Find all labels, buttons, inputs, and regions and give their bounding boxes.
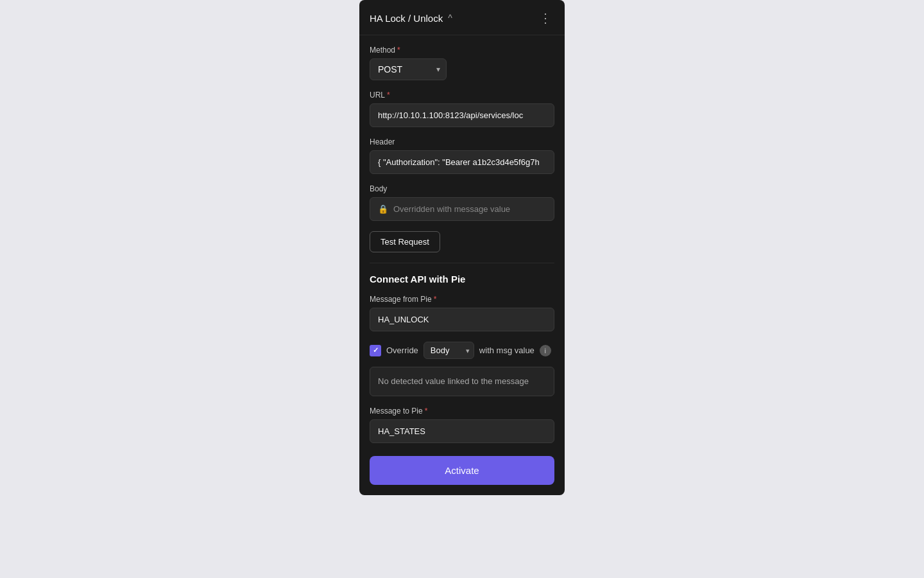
lock-icon: 🔒 bbox=[378, 204, 388, 214]
override-field-select-wrapper: Body Header URL ▾ bbox=[424, 342, 474, 359]
with-msg-text: with msg value bbox=[479, 346, 535, 355]
method-select-wrapper: POST GET PUT DELETE PATCH ▾ bbox=[370, 58, 447, 80]
message-from-label: Message from Pie * bbox=[370, 295, 554, 304]
message-from-required-star: * bbox=[434, 295, 437, 304]
warning-text: No detected value linked to the message bbox=[378, 375, 546, 388]
message-from-input[interactable] bbox=[370, 308, 554, 331]
message-to-input[interactable] bbox=[370, 419, 554, 443]
connect-api-section: Connect API with Pie Message from Pie * … bbox=[370, 274, 554, 485]
card-title-area: HA Lock / Unlock ^ bbox=[370, 13, 452, 24]
header-input[interactable] bbox=[370, 150, 554, 174]
url-input[interactable] bbox=[370, 103, 554, 127]
body-input-wrapper: 🔒 Overridden with message value bbox=[370, 197, 554, 221]
message-to-label: Message to Pie * bbox=[370, 407, 554, 416]
main-card: HA Lock / Unlock ^ ⋮ Method * POST GET P… bbox=[359, 0, 565, 495]
activate-button[interactable]: Activate bbox=[370, 456, 554, 485]
override-field-select[interactable]: Body Header URL bbox=[424, 342, 474, 359]
body-field-group: Body 🔒 Overridden with message value bbox=[370, 184, 554, 221]
chevron-up-icon[interactable]: ^ bbox=[448, 13, 452, 23]
message-to-required-star: * bbox=[425, 407, 428, 416]
method-label: Method * bbox=[370, 46, 554, 55]
override-label-text: Override bbox=[386, 346, 418, 355]
override-row: ✓ Override Body Header URL ▾ with msg va… bbox=[370, 342, 554, 359]
header-field-group: Header bbox=[370, 137, 554, 174]
page-wrapper: HA Lock / Unlock ^ ⋮ Method * POST GET P… bbox=[0, 0, 924, 578]
message-from-field-group: Message from Pie * bbox=[370, 295, 554, 331]
test-request-button[interactable]: Test Request bbox=[370, 231, 440, 252]
body-label: Body bbox=[370, 184, 554, 193]
method-field-group: Method * POST GET PUT DELETE PATCH ▾ bbox=[370, 46, 554, 80]
connect-section-title: Connect API with Pie bbox=[370, 274, 554, 285]
header-label: Header bbox=[370, 137, 554, 146]
url-label: URL * bbox=[370, 91, 554, 100]
section-divider bbox=[370, 263, 554, 263]
more-options-icon[interactable]: ⋮ bbox=[536, 9, 554, 27]
message-to-field-group: Message to Pie * bbox=[370, 407, 554, 443]
warning-box: No detected value linked to the message bbox=[370, 367, 554, 396]
card-body: Method * POST GET PUT DELETE PATCH ▾ bbox=[359, 35, 565, 495]
method-required-star: * bbox=[397, 46, 400, 55]
body-placeholder-text: Overridden with message value bbox=[393, 204, 510, 214]
info-icon[interactable]: i bbox=[540, 345, 551, 356]
method-select[interactable]: POST GET PUT DELETE PATCH bbox=[370, 58, 447, 80]
card-title: HA Lock / Unlock bbox=[370, 13, 443, 24]
card-header: HA Lock / Unlock ^ ⋮ bbox=[359, 0, 565, 35]
url-field-group: URL * bbox=[370, 91, 554, 127]
override-checkbox-wrapper[interactable]: ✓ bbox=[370, 345, 381, 356]
url-required-star: * bbox=[387, 91, 390, 100]
